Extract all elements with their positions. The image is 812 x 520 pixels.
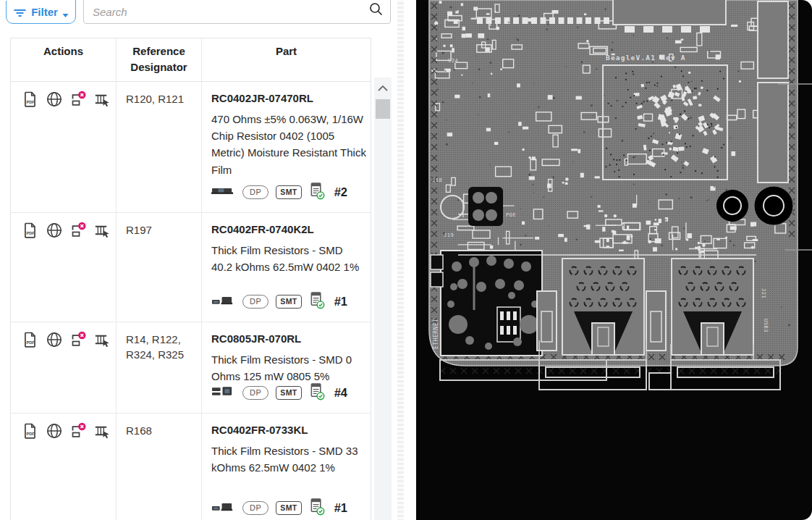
pcb-mounting-hole — [716, 190, 748, 222]
reference-designator-cell: R120, R121 — [117, 82, 202, 212]
smt-badge: SMT — [276, 295, 301, 309]
web-link-globe-icon[interactable] — [46, 91, 63, 108]
pcb-pad — [486, 209, 497, 221]
app-window: Filter Actions Reference Designator Part… — [0, 0, 812, 520]
part-number: RC0402JR-07470RL — [211, 92, 368, 104]
pcb-layout-viewport[interactable]: BeagleV.A1 Rev A ETHERNETPOEJ19J18V24J21… — [416, 0, 812, 520]
footprint-remove-icon[interactable] — [69, 331, 87, 348]
part-count: #1 — [334, 501, 347, 515]
svg-text:ETHERNET: ETHERNET — [433, 318, 439, 349]
part-cell: RC0402FR-0733KL Thick Film Resistors - S… — [202, 414, 371, 520]
search-input[interactable] — [84, 6, 369, 23]
part-description: Thick Film Resistors - SMD 33 kOhms 62.5… — [211, 443, 367, 477]
smt-badge: SMT — [276, 386, 301, 400]
actions-cell: PDF — [11, 322, 117, 413]
column-header-actions: Actions — [11, 38, 117, 81]
scrollbar-thumb[interactable] — [376, 99, 390, 119]
column-header-part: Part — [202, 38, 371, 81]
part-number: RC0402FR-0740K2L — [211, 223, 368, 235]
panel-resize-gutter[interactable] — [397, 0, 404, 520]
select-footprint-cursor-icon[interactable] — [93, 422, 111, 440]
footprint-remove-icon[interactable] — [69, 422, 87, 440]
table-row[interactable]: PDF R14, R122, R324, R325 RC0805JR-070RL… — [11, 322, 371, 414]
pdf-datasheet-icon[interactable]: PDF — [22, 331, 39, 348]
part-count: #4 — [334, 386, 347, 400]
pcb-pad — [473, 192, 484, 204]
dp-badge: DP — [242, 295, 268, 309]
scroll-up-icon[interactable] — [377, 82, 389, 95]
pcb-pad — [486, 192, 497, 204]
svg-text:V24: V24 — [448, 58, 458, 64]
part-count: #1 — [334, 295, 347, 309]
pcb-pad — [473, 209, 484, 221]
pcb-pad — [431, 255, 443, 269]
svg-text:J18: J18 — [432, 177, 442, 183]
part-description: 470 Ohms ±5% 0.063W, 1/16W Chip Resistor… — [211, 111, 367, 179]
filter-icon — [13, 7, 27, 18]
search-icon[interactable] — [369, 2, 390, 23]
svg-text:PDF: PDF — [27, 99, 35, 104]
web-link-globe-icon[interactable] — [46, 331, 63, 348]
part-photo-thumbnail — [211, 185, 235, 199]
actions-cell: PDF — [11, 414, 117, 520]
select-footprint-cursor-icon[interactable] — [93, 331, 111, 348]
smt-badge: SMT — [276, 501, 301, 515]
svg-text:J19: J19 — [444, 232, 454, 238]
part-cell: RC0402JR-07470RL 470 Ohms ±5% 0.063W, 1/… — [202, 82, 371, 212]
svg-text:USB3: USB3 — [763, 319, 769, 332]
part-footer: DP SMT #1 — [211, 498, 347, 519]
bom-table: Actions Reference Designator Part PDF R1… — [10, 38, 371, 520]
svg-text:PDF: PDF — [27, 340, 35, 344]
part-count: #2 — [334, 185, 347, 199]
pdf-datasheet-icon[interactable]: PDF — [22, 222, 39, 239]
table-row[interactable]: PDF R197 RC0402FR-0740K2L Thick Film Res… — [11, 213, 371, 322]
select-footprint-cursor-icon[interactable] — [93, 222, 111, 239]
select-footprint-cursor-icon[interactable] — [93, 91, 111, 108]
actions-cell: PDF — [11, 82, 117, 212]
column-header-reference-designator: Reference Designator — [117, 38, 202, 81]
table-row[interactable]: PDF R120, R121 RC0402JR-07470RL 470 Ohms… — [11, 82, 371, 213]
part-description: Thick Film Resistors - SMD 0 Ohms 125 mW… — [211, 351, 367, 385]
chevron-down-icon — [62, 13, 69, 18]
table-row[interactable]: PDF R168 RC0402FR-0733KL Thick Film Resi… — [11, 414, 371, 520]
part-cell: RC0805JR-070RL Thick Film Resistors - SM… — [202, 322, 371, 413]
footprint-remove-icon[interactable] — [69, 91, 87, 108]
part-description: Thick Film Resistors - SMD 40.2 kOhms 62… — [211, 242, 367, 276]
pdf-datasheet-icon[interactable]: PDF — [22, 422, 39, 440]
reference-designator-cell: R168 — [117, 414, 202, 520]
part-number: RC0402FR-0733KL — [211, 424, 368, 436]
footprint-remove-icon[interactable] — [69, 222, 87, 239]
dp-badge: DP — [242, 501, 268, 515]
dp-badge: DP — [242, 185, 268, 199]
pcb-pad — [431, 272, 443, 287]
svg-text:POE: POE — [506, 212, 516, 218]
part-photo-thumbnail — [211, 294, 235, 309]
table-scrollbar[interactable] — [374, 77, 392, 520]
part-number: RC0805JR-070RL — [211, 332, 368, 345]
datasheet-verified-icon — [309, 382, 326, 403]
part-footer: DP SMT #1 — [211, 291, 347, 312]
part-photo-thumbnail — [211, 500, 235, 515]
pdf-datasheet-icon[interactable]: PDF — [22, 91, 39, 108]
reference-designator-cell: R14, R122, R324, R325 — [117, 322, 202, 413]
part-footer: DP SMT #2 — [211, 182, 347, 203]
pcb-hole-strip — [758, 1, 788, 78]
dp-badge: DP — [242, 386, 268, 400]
datasheet-verified-icon — [309, 291, 326, 312]
part-cell: RC0402FR-0740K2L Thick Film Resistors - … — [202, 213, 371, 322]
part-photo-thumbnail — [211, 385, 235, 400]
filter-button-label: Filter — [31, 6, 58, 18]
svg-text:J21: J21 — [761, 288, 766, 298]
table-header-row: Actions Reference Designator Part — [11, 38, 371, 82]
pcb-board-title: BeagleV.A1 Rev A — [606, 54, 686, 62]
datasheet-verified-icon — [309, 498, 326, 519]
pcb-poe-header — [468, 187, 503, 226]
web-link-globe-icon[interactable] — [46, 422, 63, 440]
part-footer: DP SMT #4 — [211, 382, 347, 403]
svg-text:PDF: PDF — [27, 230, 35, 235]
pcb-canvas[interactable]: BeagleV.A1 Rev A ETHERNETPOEJ19J18V24J21… — [416, 0, 812, 520]
reference-designator-cell: R197 — [117, 213, 202, 322]
pcb-hole-strip — [758, 83, 788, 183]
web-link-globe-icon[interactable] — [46, 222, 63, 239]
filter-button[interactable]: Filter — [6, 0, 76, 24]
